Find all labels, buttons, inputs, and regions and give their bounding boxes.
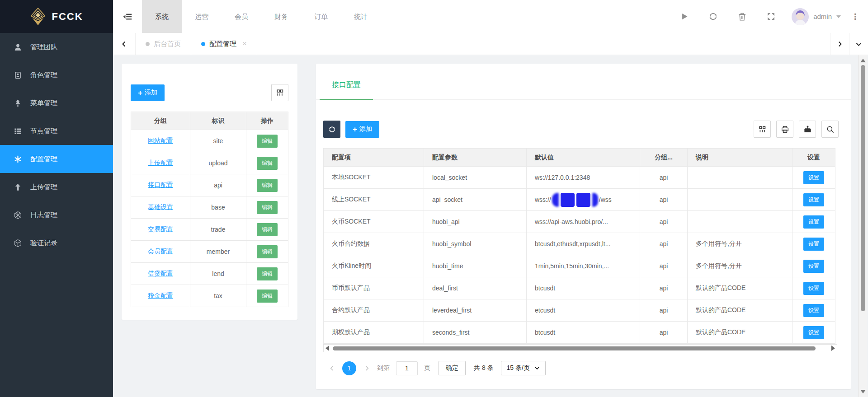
prev-page-button[interactable]	[325, 361, 339, 375]
app-logo[interactable]: FCCK	[0, 0, 113, 33]
current-page-button[interactable]: 1	[342, 361, 356, 375]
horizontal-scrollbar[interactable]	[323, 344, 837, 352]
group-link[interactable]: 借贷配置	[148, 270, 173, 277]
settings-button[interactable]: 设置	[803, 238, 824, 251]
edit-button[interactable]: 编辑	[257, 245, 278, 258]
chevron-right-icon	[364, 365, 370, 371]
sidebar-item-team[interactable]: 管理团队	[0, 33, 113, 61]
scroll-right-arrow-icon[interactable]	[831, 346, 835, 351]
topnav-item-order[interactable]: 订单	[301, 0, 341, 33]
topnav-item-finance[interactable]: 财务	[261, 0, 301, 33]
user-menu[interactable]: admin	[785, 8, 847, 25]
vertical-scrollbar-thumb[interactable]	[861, 65, 865, 311]
settings-button[interactable]: 设置	[803, 171, 824, 184]
edit-button[interactable]: 编辑	[257, 290, 278, 303]
config-value: wss://api-aws.huobi.pro/...	[527, 211, 640, 233]
table-row: 本地SOCKETlocal_socketws://127.0.0.1:2348a…	[324, 167, 835, 189]
settings-button[interactable]: 设置	[803, 260, 824, 273]
chevron-down-icon	[855, 41, 862, 47]
topnav-item-member[interactable]: 会员	[222, 0, 261, 33]
group-link[interactable]: 网站配置	[148, 137, 173, 144]
table-row: 期权默认产品seconds_firstbtcusdtapi默认的产品CODE设置	[324, 322, 835, 344]
main-content: + 添加 分组标识操作 网站配置site编辑上传配置upload编辑接口配置ap…	[113, 55, 868, 397]
confirm-page-button[interactable]: 确定	[439, 361, 466, 375]
config-group: api	[640, 255, 688, 277]
fullscreen-button[interactable]	[756, 0, 785, 33]
refresh-table-button[interactable]	[323, 121, 340, 138]
toggle-columns-button[interactable]	[754, 121, 771, 138]
settings-button[interactable]: 设置	[803, 193, 824, 206]
tab-config[interactable]: 配置管理×	[191, 33, 257, 55]
config-note: 默认的产品CODE	[688, 322, 793, 344]
tab-home[interactable]: 后台首页	[136, 33, 191, 55]
edit-button[interactable]: 编辑	[257, 157, 278, 170]
tab-bar-controls	[830, 33, 868, 55]
next-page-button[interactable]	[360, 361, 373, 375]
config-value: ws://127.0.0.1:2348	[527, 167, 640, 189]
print-button[interactable]	[776, 121, 793, 138]
group-link[interactable]: 接口配置	[148, 181, 173, 188]
sidebar-item-label: 菜单管理	[30, 99, 57, 107]
export-button[interactable]	[799, 121, 816, 138]
table-row: 交易配置trade编辑	[131, 219, 288, 241]
page-number-input[interactable]	[396, 361, 418, 375]
tabs-scroll-left-button[interactable]	[113, 33, 136, 55]
sidebar-item-verify[interactable]: 验证记录	[0, 229, 113, 257]
edit-button[interactable]: 编辑	[257, 135, 278, 148]
tab-api-config[interactable]: 接口配置	[320, 74, 373, 100]
more-actions-button[interactable]: ⋮	[847, 0, 863, 33]
config-item: 火币Kline时间	[324, 255, 424, 277]
settings-button[interactable]: 设置	[803, 326, 824, 339]
group-link[interactable]: 上传配置	[148, 159, 173, 166]
settings-button[interactable]: 设置	[803, 282, 824, 295]
toggle-columns-button[interactable]	[271, 84, 288, 101]
group-link[interactable]: 会员配置	[148, 248, 173, 255]
settings-button[interactable]: 设置	[803, 215, 824, 229]
settings-button[interactable]: 设置	[803, 304, 824, 317]
table-row: 火币Kline时间huobi_time1min,5min,15min,30min…	[324, 255, 835, 277]
refresh-button[interactable]	[698, 0, 727, 33]
horizontal-scrollbar-thumb[interactable]	[333, 346, 816, 350]
topnav-item-stats[interactable]: 统计	[341, 0, 381, 33]
sidebar-item-log[interactable]: 日志管理	[0, 201, 113, 229]
list-icon	[14, 127, 22, 135]
sidebar-item-node[interactable]: 节点管理	[0, 117, 113, 145]
topnav-item-system[interactable]: 系统	[142, 0, 182, 33]
scroll-left-arrow-icon[interactable]	[326, 346, 329, 351]
config-group: api	[640, 189, 688, 211]
add-group-button[interactable]: + 添加	[131, 84, 165, 101]
group-link[interactable]: 税金配置	[148, 292, 173, 299]
config-panel: 接口配置 + 添加	[316, 64, 851, 389]
add-config-button[interactable]: + 添加	[345, 121, 379, 138]
page-size-select[interactable]: 15 条/页	[501, 361, 546, 375]
config-group: api	[640, 322, 688, 344]
group-link[interactable]: 基础设置	[148, 203, 173, 210]
edit-button[interactable]: 编辑	[257, 223, 278, 236]
sidebar-item-role[interactable]: 角色管理	[0, 61, 113, 89]
run-button[interactable]	[670, 0, 698, 33]
config-param: leverdeal_first	[424, 299, 527, 322]
tab-bar: 后台首页配置管理×	[113, 33, 868, 55]
tabs-menu-button[interactable]	[849, 33, 868, 55]
tabs-scroll-right-button[interactable]	[830, 33, 849, 55]
sidebar-item-upload[interactable]: 上传管理	[0, 173, 113, 201]
sidebar-item-label: 角色管理	[30, 71, 57, 79]
topnav-item-operation[interactable]: 运营	[182, 0, 222, 33]
group-link[interactable]: 交易配置	[148, 225, 173, 233]
edit-button[interactable]: 编辑	[257, 179, 278, 192]
add-config-label: 添加	[359, 125, 372, 133]
clear-cache-button[interactable]	[727, 0, 756, 33]
sidebar-collapse-button[interactable]	[113, 0, 142, 33]
scroll-up-arrow-icon[interactable]	[860, 59, 866, 62]
redaction-block	[552, 193, 559, 207]
edit-button[interactable]: 编辑	[257, 267, 278, 280]
edit-button[interactable]: 编辑	[257, 201, 278, 214]
search-button[interactable]	[821, 121, 839, 138]
config-group: api	[640, 233, 688, 255]
vertical-scrollbar[interactable]	[858, 55, 867, 397]
sidebar-item-config[interactable]: 配置管理	[0, 145, 113, 173]
sidebar-item-menu[interactable]: 菜单管理	[0, 89, 113, 117]
config-param: huobi_symbol	[424, 233, 527, 255]
close-icon[interactable]: ×	[242, 39, 247, 48]
scroll-down-arrow-icon[interactable]	[860, 390, 866, 393]
